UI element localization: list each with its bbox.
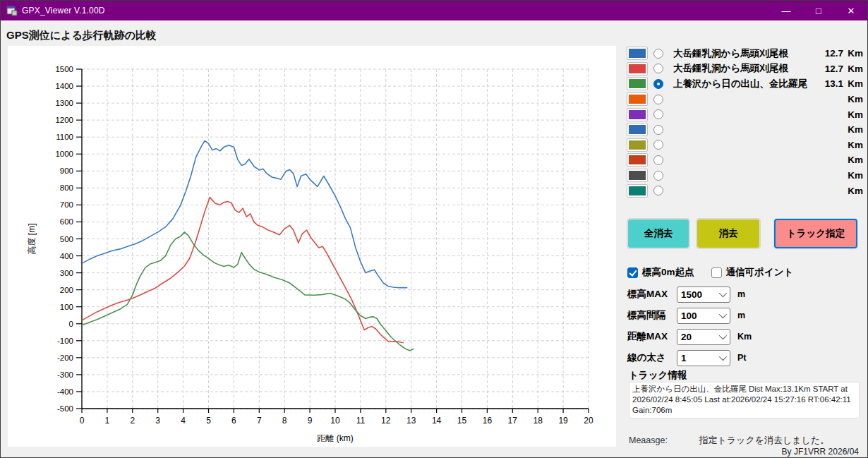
track-distance: 12.7 xyxy=(825,64,843,74)
setting-value: 100 xyxy=(681,311,697,321)
svg-text:8: 8 xyxy=(282,416,287,426)
setting-label: 距離MAX xyxy=(627,330,675,343)
svg-text:-500: -500 xyxy=(57,404,73,413)
svg-text:高度 [m]: 高度 [m] xyxy=(27,224,37,255)
distance-max-select[interactable]: 20 xyxy=(677,329,730,345)
chevron-down-icon xyxy=(719,311,727,318)
track-row: 大岳鍾乳洞から馬頭刈尾根12.7Km xyxy=(627,61,863,77)
track-radio[interactable] xyxy=(653,140,663,150)
track-label: 大岳鍾乳洞から馬頭刈尾根 xyxy=(673,62,788,75)
track-info-label: トラック情報 xyxy=(629,369,687,382)
track-unit-label: Km xyxy=(843,140,863,150)
track-label: 上養沢から日の出山、金比羅尾 xyxy=(673,78,807,90)
svg-text:200: 200 xyxy=(60,286,73,294)
checkbox-elevation-zero-origin[interactable]: 標高0m起点 xyxy=(627,266,694,279)
track-radio[interactable] xyxy=(653,64,663,73)
track-color-swatch[interactable] xyxy=(627,93,647,105)
svg-text:1000: 1000 xyxy=(55,150,73,158)
maximize-button[interactable]: □ xyxy=(802,1,835,20)
svg-text:10: 10 xyxy=(330,416,340,426)
svg-text:800: 800 xyxy=(60,183,73,192)
track-row: Km xyxy=(627,138,863,153)
checked-checkbox-icon[interactable] xyxy=(627,267,638,278)
svg-text:-100: -100 xyxy=(57,337,73,345)
track-unit-label: Km xyxy=(843,48,863,59)
track-list: 大岳鍾乳洞から馬頭刈尾根12.7Km大岳鍾乳洞から馬頭刈尾根12.7Km上養沢か… xyxy=(627,46,863,198)
track-radio[interactable] xyxy=(653,49,663,59)
chevron-down-icon xyxy=(719,353,727,361)
track-color-swatch[interactable] xyxy=(627,154,647,166)
message-label: Meaasge: xyxy=(629,435,697,445)
track-color-swatch[interactable] xyxy=(627,139,647,151)
track-color-swatch[interactable] xyxy=(627,47,647,59)
svg-text:300: 300 xyxy=(60,269,73,277)
minimize-button[interactable]: — xyxy=(770,1,802,20)
track-row: 上養沢から日の出山、金比羅尾13.1Km xyxy=(627,76,863,92)
select-track-button[interactable]: トラック指定 xyxy=(774,219,857,248)
track-line xyxy=(82,198,404,343)
checkbox-comm-points[interactable]: 通信可ポイント xyxy=(711,266,794,279)
message-text: 指定トラックを消去しました。 xyxy=(699,435,829,445)
track-color-swatch[interactable] xyxy=(627,109,647,121)
elevation-max-select[interactable]: 1500 xyxy=(677,287,730,303)
setting-row: 距離MAX20Km xyxy=(627,328,752,345)
setting-row: 標高MAX1500m xyxy=(627,286,745,303)
track-radio[interactable] xyxy=(653,171,663,181)
track-unit-label: Km xyxy=(843,94,863,104)
setting-unit: m xyxy=(737,289,745,299)
svg-text:4: 4 xyxy=(181,416,186,426)
track-radio[interactable] xyxy=(653,109,663,119)
track-color-swatch[interactable] xyxy=(627,123,647,135)
setting-row: 線の太さ1Pt xyxy=(627,349,747,366)
control-panel: 大岳鍾乳洞から馬頭刈尾根12.7Km大岳鍾乳洞から馬頭刈尾根12.7Km上養沢か… xyxy=(627,46,863,455)
svg-text:18: 18 xyxy=(534,416,543,426)
track-radio[interactable] xyxy=(653,155,663,165)
track-radio[interactable] xyxy=(653,186,663,195)
track-row: Km xyxy=(627,107,863,122)
setting-label: 標高間隔 xyxy=(627,309,675,322)
svg-text:500: 500 xyxy=(60,235,73,243)
checkbox-label: 通信可ポイント xyxy=(726,266,794,279)
svg-text:700: 700 xyxy=(60,200,73,209)
svg-text:12: 12 xyxy=(381,416,391,426)
close-button[interactable]: ✕ xyxy=(835,1,867,20)
line-width-select[interactable]: 1 xyxy=(677,350,730,366)
track-color-swatch[interactable] xyxy=(627,63,647,75)
track-unit-label: Km xyxy=(843,124,863,135)
setting-unit: m xyxy=(737,311,745,320)
svg-text:1200: 1200 xyxy=(55,116,73,124)
track-row: Km xyxy=(627,183,863,198)
svg-text:1100: 1100 xyxy=(56,133,73,141)
track-radio[interactable] xyxy=(653,125,663,135)
track-radio[interactable] xyxy=(653,79,663,89)
track-unit-label: Km xyxy=(843,109,863,120)
setting-label: 標高MAX xyxy=(627,288,675,301)
track-row: Km xyxy=(627,92,863,107)
svg-text:6: 6 xyxy=(231,416,236,426)
svg-text:0: 0 xyxy=(69,320,73,328)
clear-button[interactable]: 消去 xyxy=(697,219,760,248)
track-color-swatch[interactable] xyxy=(627,169,647,181)
track-color-swatch[interactable] xyxy=(627,78,647,90)
clear-all-button[interactable]: 全消去 xyxy=(627,219,689,248)
checkbox-row: 標高0m起点通信可ポイント xyxy=(627,266,793,279)
svg-text:16: 16 xyxy=(483,416,493,426)
track-radio[interactable] xyxy=(653,95,663,104)
track-distance: 12.7 xyxy=(825,48,843,59)
svg-text:0: 0 xyxy=(80,416,85,426)
track-row: 大岳鍾乳洞から馬頭刈尾根12.7Km xyxy=(627,46,863,61)
checkbox-label: 標高0m起点 xyxy=(642,266,694,279)
svg-text:900: 900 xyxy=(60,167,73,175)
elevation-interval-select[interactable]: 100 xyxy=(677,308,730,324)
app-icon xyxy=(6,5,18,16)
track-line xyxy=(82,232,414,351)
track-color-swatch[interactable] xyxy=(627,185,647,197)
track-line xyxy=(82,141,407,288)
window-title: GPX_Viewer V.1.00D xyxy=(22,6,105,16)
setting-unit: Pt xyxy=(737,353,747,363)
credit-text: By JF1VRR 2026/04 xyxy=(782,447,859,457)
track-distance: 13.1 xyxy=(825,78,843,89)
svg-text:19: 19 xyxy=(558,416,568,426)
unchecked-checkbox-icon[interactable] xyxy=(711,267,722,278)
track-info-textbox[interactable]: 上養沢から日の出山、金比羅尾 Dist Max:13.1Km START at … xyxy=(629,382,860,418)
